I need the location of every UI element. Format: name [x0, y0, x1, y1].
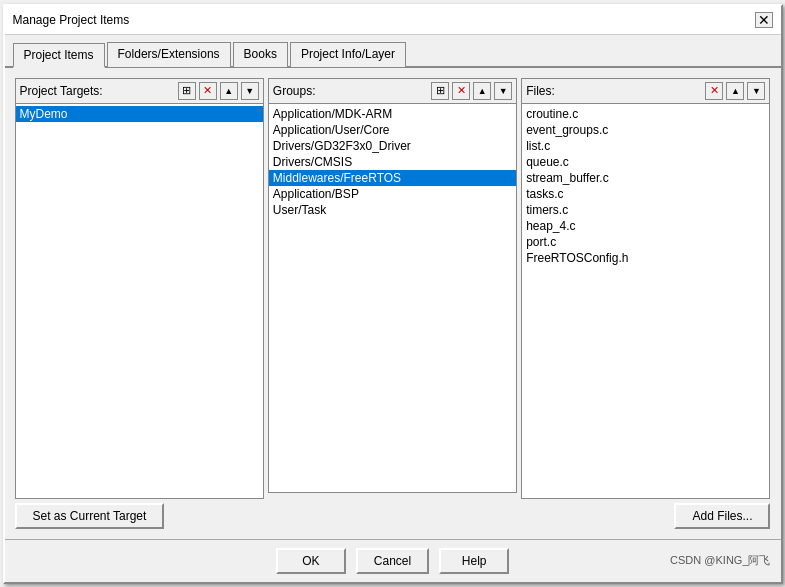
- groups-label: Groups:: [273, 84, 428, 98]
- groups-list-item[interactable]: Middlewares/FreeRTOS: [269, 170, 516, 186]
- files-list-item[interactable]: port.c: [522, 234, 769, 250]
- del-icon: [203, 84, 212, 97]
- files-list-item[interactable]: heap_4.c: [522, 218, 769, 234]
- down-icon: [499, 85, 508, 96]
- tabs-bar: Project Items Folders/Extensions Books P…: [5, 35, 781, 68]
- targets-new-btn[interactable]: [178, 82, 196, 100]
- files-list-item[interactable]: list.c: [522, 138, 769, 154]
- close-button[interactable]: ✕: [755, 12, 773, 28]
- new-icon: [182, 84, 191, 97]
- up-icon: [731, 85, 740, 96]
- targets-label: Project Targets:: [20, 84, 175, 98]
- new-icon: [436, 84, 445, 97]
- columns-row: Project Targets: MyDemo Set as Current T…: [15, 78, 771, 529]
- files-delete-btn[interactable]: [705, 82, 723, 100]
- files-up-btn[interactable]: [726, 82, 744, 100]
- down-icon: [752, 85, 761, 96]
- files-list-item[interactable]: croutine.c: [522, 106, 769, 122]
- add-files-button[interactable]: Add Files...: [674, 503, 770, 529]
- files-column: Files: croutine.cevent_groups.clist.cque…: [521, 78, 770, 529]
- del-icon: [457, 84, 466, 97]
- targets-down-btn[interactable]: [241, 82, 259, 100]
- targets-up-btn[interactable]: [220, 82, 238, 100]
- targets-header: Project Targets:: [16, 79, 263, 104]
- files-bottom: Add Files...: [521, 503, 770, 529]
- files-list-item[interactable]: tasks.c: [522, 186, 769, 202]
- groups-header: Groups:: [269, 79, 516, 104]
- files-list-item[interactable]: event_groups.c: [522, 122, 769, 138]
- targets-bottom: Set as Current Target: [15, 503, 264, 529]
- files-header: Files:: [522, 79, 769, 104]
- title-bar: Manage Project Items ✕: [5, 6, 781, 35]
- files-label: Files:: [526, 84, 702, 98]
- groups-list-item[interactable]: User/Task: [269, 202, 516, 218]
- files-list: croutine.cevent_groups.clist.cqueue.cstr…: [522, 104, 769, 498]
- dialog-content: Project Targets: MyDemo Set as Current T…: [5, 68, 781, 539]
- set-current-target-button[interactable]: Set as Current Target: [15, 503, 165, 529]
- groups-list-item[interactable]: Drivers/GD32F3x0_Driver: [269, 138, 516, 154]
- targets-list: MyDemo: [16, 104, 263, 498]
- groups-column: Groups: Application/MDK-ARMApplication/U…: [268, 78, 517, 529]
- groups-up-btn[interactable]: [473, 82, 491, 100]
- groups-list-item[interactable]: Application/MDK-ARM: [269, 106, 516, 122]
- groups-bottom: [268, 497, 517, 529]
- targets-list-box: Project Targets: MyDemo: [15, 78, 264, 499]
- files-list-item[interactable]: FreeRTOSConfig.h: [522, 250, 769, 266]
- groups-delete-btn[interactable]: [452, 82, 470, 100]
- targets-list-item[interactable]: MyDemo: [16, 106, 263, 122]
- files-down-btn[interactable]: [747, 82, 765, 100]
- groups-list: Application/MDK-ARMApplication/User/Core…: [269, 104, 516, 492]
- tab-folders-extensions[interactable]: Folders/Extensions: [107, 42, 231, 67]
- groups-new-btn[interactable]: [431, 82, 449, 100]
- help-button[interactable]: Help: [439, 548, 509, 574]
- tab-project-items[interactable]: Project Items: [13, 43, 105, 68]
- targets-column: Project Targets: MyDemo Set as Current T…: [15, 78, 264, 529]
- groups-down-btn[interactable]: [494, 82, 512, 100]
- watermark: CSDN @KING_阿飞: [670, 553, 770, 568]
- groups-list-item[interactable]: Application/BSP: [269, 186, 516, 202]
- del-icon: [710, 84, 719, 97]
- tab-project-info-layer[interactable]: Project Info/Layer: [290, 42, 406, 67]
- ok-button[interactable]: OK: [276, 548, 346, 574]
- targets-delete-btn[interactable]: [199, 82, 217, 100]
- tab-books[interactable]: Books: [233, 42, 288, 67]
- up-icon: [224, 85, 233, 96]
- dialog-title: Manage Project Items: [13, 13, 130, 27]
- groups-list-item[interactable]: Drivers/CMSIS: [269, 154, 516, 170]
- manage-project-dialog: Manage Project Items ✕ Project Items Fol…: [3, 4, 783, 584]
- files-list-item[interactable]: queue.c: [522, 154, 769, 170]
- up-icon: [478, 85, 487, 96]
- down-icon: [245, 85, 254, 96]
- files-list-box: Files: croutine.cevent_groups.clist.cque…: [521, 78, 770, 499]
- footer: OK Cancel Help CSDN @KING_阿飞: [5, 539, 781, 582]
- files-list-item[interactable]: stream_buffer.c: [522, 170, 769, 186]
- groups-list-item[interactable]: Application/User/Core: [269, 122, 516, 138]
- files-list-item[interactable]: timers.c: [522, 202, 769, 218]
- groups-list-box: Groups: Application/MDK-ARMApplication/U…: [268, 78, 517, 493]
- cancel-button[interactable]: Cancel: [356, 548, 429, 574]
